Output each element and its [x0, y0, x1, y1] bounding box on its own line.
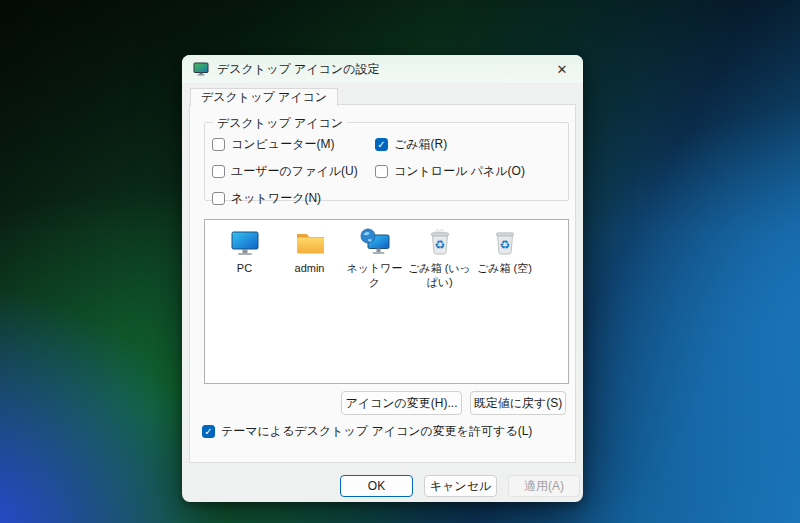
list-item-label: ごみ箱 (いっぱい): [408, 262, 471, 288]
tab-desktop-icons[interactable]: デスクトップ アイコン: [190, 88, 338, 106]
checkbox-computer[interactable]: コンピューター(M): [212, 136, 375, 153]
checkbox-control-panel[interactable]: コントロール パネル(O): [375, 163, 568, 180]
checkbox-network[interactable]: ネットワーク(N): [212, 190, 375, 207]
list-item-recycle-bin-full[interactable]: ♻ ごみ箱 (いっぱい): [408, 227, 471, 290]
change-icon-button[interactable]: アイコンの変更(H)...: [341, 391, 462, 415]
tab-label: デスクトップ アイコン: [201, 89, 327, 106]
desktop-icons-groupbox: デスクトップ アイコン コンピューター(M) ごみ箱(R) ユーザーのファイル(…: [204, 122, 569, 201]
checkbox-grid: コンピューター(M) ごみ箱(R) ユーザーのファイル(U) コントロール パネ…: [205, 123, 568, 207]
icon-preview-list[interactable]: PC admin: [204, 219, 569, 384]
list-item-label: ネットワーク: [346, 262, 402, 288]
ok-button-label: OK: [368, 479, 385, 493]
titlebar[interactable]: デスクトップ アイコンの設定 ✕: [182, 55, 583, 83]
recycle-bin-full-icon: ♻: [424, 227, 456, 259]
folder-icon: [294, 227, 326, 259]
window-icon: [193, 61, 209, 77]
checkbox-user-files-label: ユーザーのファイル(U): [231, 163, 358, 180]
pc-icon: [229, 227, 261, 259]
list-item-admin[interactable]: admin: [278, 227, 341, 275]
checkbox-computer-label: コンピューター(M): [231, 136, 334, 153]
svg-text:♻: ♻: [499, 238, 510, 252]
allow-theme-change-box[interactable]: [202, 425, 215, 438]
close-icon[interactable]: ✕: [545, 57, 579, 81]
checkbox-recycle-bin[interactable]: ごみ箱(R): [375, 136, 568, 153]
list-item-pc[interactable]: PC: [213, 227, 276, 275]
allow-theme-change-label: テーマによるデスクトップ アイコンの変更を許可する(L): [221, 423, 532, 440]
tab-page: デスクトップ アイコン コンピューター(M) ごみ箱(R) ユーザーのファイル(…: [189, 104, 576, 463]
apply-button-label: 適用(A): [524, 478, 564, 495]
checkbox-user-files-box[interactable]: [212, 165, 225, 178]
checkbox-control-panel-label: コントロール パネル(O): [394, 163, 525, 180]
cancel-button-label: キャンセル: [430, 478, 491, 495]
checkbox-control-panel-box[interactable]: [375, 165, 388, 178]
checkbox-network-box[interactable]: [212, 192, 225, 205]
checkbox-computer-box[interactable]: [212, 138, 225, 151]
desktop-icon-settings-dialog: デスクトップ アイコンの設定 ✕ デスクトップ アイコン デスクトップ アイコン…: [182, 55, 583, 502]
restore-default-button[interactable]: 既定値に戻す(S): [470, 391, 566, 415]
list-item-label: PC: [237, 262, 252, 274]
list-item-network[interactable]: ネットワーク: [343, 227, 406, 290]
recycle-bin-empty-icon: ♻: [489, 227, 521, 259]
list-item-label: ごみ箱 (空): [477, 262, 532, 274]
checkbox-user-files[interactable]: ユーザーのファイル(U): [212, 163, 375, 180]
restore-default-button-label: 既定値に戻す(S): [474, 395, 563, 412]
list-item-label: admin: [295, 262, 325, 274]
change-icon-button-label: アイコンの変更(H)...: [345, 395, 457, 412]
checkbox-recycle-bin-box[interactable]: [375, 138, 388, 151]
svg-text:♻: ♻: [434, 238, 445, 252]
checkbox-network-label: ネットワーク(N): [231, 190, 321, 207]
network-icon: [359, 227, 391, 259]
allow-theme-change-checkbox[interactable]: テーマによるデスクトップ アイコンの変更を許可する(L): [202, 423, 532, 440]
groupbox-label: デスクトップ アイコン: [213, 115, 347, 132]
window-title: デスクトップ アイコンの設定: [217, 61, 379, 78]
checkbox-recycle-bin-label: ごみ箱(R): [394, 136, 447, 153]
apply-button[interactable]: 適用(A): [508, 475, 580, 497]
cancel-button[interactable]: キャンセル: [424, 475, 497, 497]
list-item-recycle-bin-empty[interactable]: ♻ ごみ箱 (空): [473, 227, 536, 275]
ok-button[interactable]: OK: [340, 475, 413, 497]
